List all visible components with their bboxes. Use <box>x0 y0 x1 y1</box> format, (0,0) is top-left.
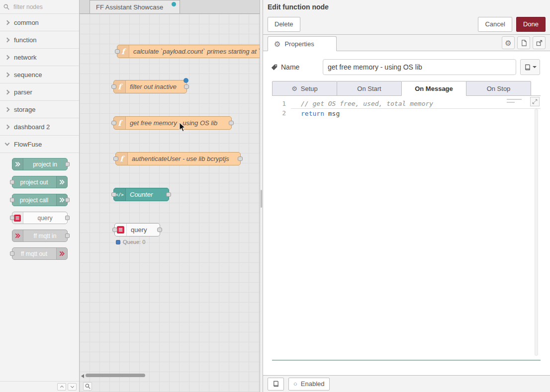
output-port <box>65 198 70 202</box>
horizontal-scrollbar[interactable] <box>80 374 260 378</box>
code-editor[interactable]: 1 2 // get OS free, used, total memory r… <box>272 96 541 361</box>
flow-canvas[interactable]: f calculate `payload.count` primes start… <box>80 14 260 392</box>
node-label: project call <box>12 194 56 206</box>
tray-footer: ○ Enabled <box>263 375 550 392</box>
node-description-button[interactable] <box>517 36 530 49</box>
palette-category-flowfuse[interactable]: FlowFuse <box>0 136 79 153</box>
flow-node-query[interactable]: query Queue: 0 <box>114 223 160 236</box>
palette-node-project-call[interactable]: project call <box>12 194 68 206</box>
node-changed-dot <box>183 78 188 83</box>
canvas-search-button[interactable] <box>83 382 92 391</box>
library-dropdown-button[interactable] <box>520 59 540 75</box>
mouse-cursor <box>179 122 186 132</box>
input-port <box>10 251 14 256</box>
palette-node-ff-mqtt-out[interactable]: ff mqtt out <box>12 247 68 260</box>
unsaved-changes-dot <box>172 2 176 6</box>
palette-node-project-in[interactable]: project in <box>12 158 68 170</box>
palette-category-parser[interactable]: parser <box>0 83 79 101</box>
code-line-1: // get OS free, used, total memory <box>291 99 541 109</box>
tray-resize-handle[interactable] <box>260 0 263 392</box>
minimap-line <box>507 99 522 100</box>
flowfuse-mqtt-icon <box>56 248 67 259</box>
tray-body: Name ⚙ Setup On Start On Message <box>263 51 550 375</box>
delete-button[interactable]: Delete <box>268 17 300 32</box>
name-input[interactable] <box>323 59 516 75</box>
palette-category-dashboard2[interactable]: dashboard 2 <box>0 118 79 136</box>
palette-category-sequence[interactable]: sequence <box>0 66 79 83</box>
palette-node-project-out[interactable]: project out <box>12 176 68 188</box>
expand-tray-button[interactable] <box>533 36 546 49</box>
book-icon <box>524 64 531 71</box>
line-number-gutter: 1 2 <box>272 96 291 360</box>
palette-category-function[interactable]: function <box>0 31 79 49</box>
palette-flowfuse-nodes: project in project out project call quer… <box>0 153 79 268</box>
tab-label: On Stop <box>487 85 511 92</box>
input-port[interactable] <box>113 157 118 161</box>
input-port[interactable] <box>111 192 116 197</box>
chevron-right-icon <box>5 37 10 42</box>
tab-on-message[interactable]: On Message <box>401 81 466 96</box>
category-label: dashboard 2 <box>14 123 50 131</box>
output-port[interactable] <box>229 121 234 125</box>
expand-editor-button[interactable] <box>530 97 540 106</box>
flow-node-filter-out-inactive[interactable]: f filter out inactive <box>113 80 187 93</box>
tray-toolbar: Delete Cancel Done <box>263 14 550 35</box>
flow-node-calculate-primes[interactable]: f calculate `payload.count` primes start… <box>117 45 260 58</box>
flowfuse-mqtt-icon <box>12 230 23 241</box>
node-status: Queue: 0 <box>116 239 145 245</box>
output-port[interactable] <box>166 192 171 197</box>
node-label: filter out inactive <box>126 80 182 93</box>
scrollbar-thumb[interactable] <box>86 374 145 377</box>
code-area[interactable]: // get OS free, used, total memory retur… <box>291 96 541 360</box>
flow-node-authenticate-user[interactable]: f authenticateUser - use lib bcryptjs <box>115 152 241 165</box>
name-label: Name <box>281 63 299 71</box>
palette-node-query[interactable]: query <box>12 212 68 224</box>
input-port[interactable] <box>111 121 116 125</box>
node-label: get free memory - using OS lib <box>126 117 222 129</box>
chevron-up-icon <box>60 386 63 389</box>
input-port[interactable] <box>111 84 116 89</box>
palette-node-ff-mqtt-in[interactable]: ff mqtt in <box>12 230 68 242</box>
chevron-right-icon <box>5 89 10 94</box>
cancel-button[interactable]: Cancel <box>478 17 512 32</box>
collapse-all-button[interactable] <box>57 383 66 391</box>
category-label: function <box>14 36 37 44</box>
input-port <box>10 216 14 220</box>
tab-setup[interactable]: ⚙ Setup <box>272 81 337 96</box>
done-button[interactable]: Done <box>516 17 546 32</box>
category-label: sequence <box>14 71 42 78</box>
expand-all-button[interactable] <box>68 383 77 391</box>
node-settings-button[interactable]: ⚙ <box>502 36 515 49</box>
flow-node-get-free-memory[interactable]: f get free memory - using OS lib <box>113 116 232 130</box>
scroll-left-arrow-icon[interactable] <box>81 374 84 378</box>
tab-on-stop[interactable]: On Stop <box>466 81 531 96</box>
palette-category-common[interactable]: common <box>0 14 79 31</box>
tab-label: Setup <box>301 85 318 92</box>
input-port[interactable] <box>115 49 120 54</box>
tab-properties[interactable]: ⚙ Properties <box>268 36 337 51</box>
palette-category-storage[interactable]: storage <box>0 101 79 118</box>
input-port[interactable] <box>112 228 117 232</box>
category-label: storage <box>14 106 35 113</box>
category-label: network <box>14 54 37 61</box>
palette-search-input[interactable] <box>12 3 68 11</box>
search-icon <box>3 4 9 10</box>
category-label: common <box>14 19 39 26</box>
input-port <box>10 180 14 184</box>
palette-category-network[interactable]: network <box>0 49 79 66</box>
flow-node-counter[interactable]: </> Counter <box>113 188 169 201</box>
enabled-label: Enabled <box>301 380 325 388</box>
enabled-toggle-button[interactable]: ○ Enabled <box>288 378 330 391</box>
flow-tab[interactable]: FF Assistant Showcase <box>90 0 180 13</box>
editor-vertical-scrollbar[interactable] <box>535 109 538 356</box>
edit-tray: Edit function node Delete Cancel Done ⚙ … <box>263 0 550 392</box>
status-text: Queue: 0 <box>123 239 145 245</box>
tab-on-start[interactable]: On Start <box>337 81 402 96</box>
input-port <box>10 198 14 202</box>
node-label: ff mqtt out <box>12 248 56 259</box>
palette-search <box>0 0 79 14</box>
output-port[interactable] <box>157 228 162 232</box>
output-port[interactable] <box>184 84 189 89</box>
output-port[interactable] <box>238 157 243 161</box>
library-button[interactable] <box>268 378 284 391</box>
